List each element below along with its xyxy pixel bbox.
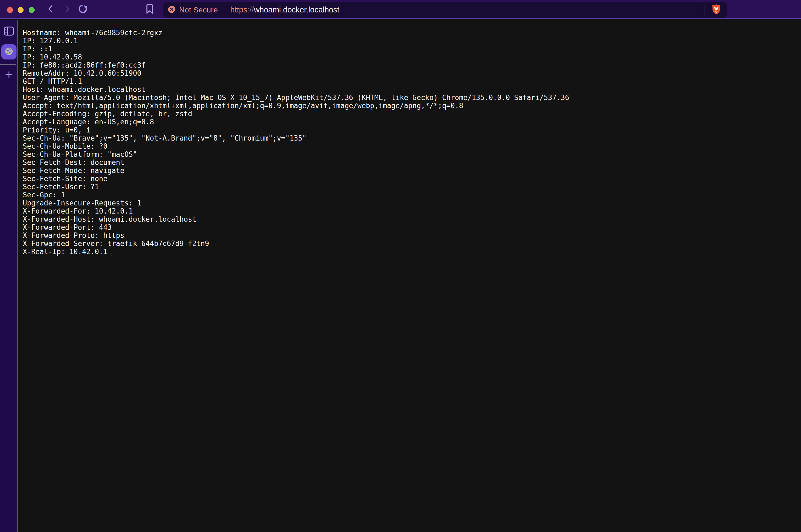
response-line: IP: 10.42.0.58 — [23, 53, 801, 61]
response-line: X-Real-Ip: 10.42.0.1 — [23, 248, 801, 256]
address-bar[interactable]: Not Secure https://whoami.docker.localho… — [163, 2, 727, 18]
back-button[interactable] — [44, 3, 57, 15]
response-line: Sec-Gpc: 1 — [23, 191, 801, 199]
plus-icon — [5, 70, 13, 80]
sidebar-toggle-button[interactable] — [0, 25, 18, 38]
response-line: GET / HTTP/1.1 — [23, 77, 801, 86]
response-line: Sec-Ch-Ua-Mobile: ?0 — [23, 142, 801, 150]
response-line: Sec-Fetch-Dest: document — [23, 158, 801, 167]
bookmark-icon — [146, 3, 154, 16]
reload-button[interactable] — [77, 3, 89, 15]
url-host: whoami.docker.localhost — [254, 5, 339, 14]
forward-button[interactable] — [61, 3, 73, 15]
response-line: X-Forwarded-Proto: https — [23, 231, 801, 240]
response-line: X-Forwarded-Server: traefik-644b7c67d9-f… — [23, 240, 801, 248]
response-line: Priority: u=0, i — [23, 126, 801, 134]
security-chip[interactable]: Not Secure — [168, 6, 218, 14]
url-scheme: https — [230, 5, 247, 14]
response-line: Accept-Encoding: gzip, deflate, br, zstd — [23, 110, 801, 118]
vertical-tabs-sidebar — [0, 20, 18, 532]
not-secure-label: Not Secure — [179, 6, 218, 14]
url-separator: :// — [247, 5, 254, 14]
response-line: Upgrade-Insecure-Requests: 1 — [23, 199, 801, 207]
page-content: Hostname: whoami-76c9859cfc-2rgxzIP: 127… — [18, 20, 801, 532]
response-line: X-Forwarded-For: 10.42.0.1 — [23, 207, 801, 215]
not-secure-octagon-icon — [168, 6, 175, 14]
url-text: https://whoami.docker.localhost — [230, 5, 339, 14]
browser-toolbar: Not Secure https://whoami.docker.localho… — [0, 0, 801, 19]
response-line: Sec-Ch-Ua: "Brave";v="135", "Not-A.Brand… — [23, 134, 801, 142]
brave-shields-icon[interactable] — [711, 4, 721, 16]
sidebar-panel-icon — [3, 26, 14, 37]
close-window-button[interactable] — [7, 7, 13, 13]
response-line: IP: fe80::acd2:86ff:fef0:cc3f — [23, 61, 801, 69]
response-line: User-Agent: Mozilla/5.0 (Macintosh; Inte… — [23, 94, 801, 102]
new-tab-button[interactable] — [0, 70, 18, 80]
globe-icon — [4, 46, 14, 57]
response-line: Accept: text/html,application/xhtml+xml,… — [23, 102, 801, 110]
response-line: X-Forwarded-Host: whoami.docker.localhos… — [23, 215, 801, 223]
response-line: Sec-Fetch-User: ?1 — [23, 183, 801, 191]
zoom-window-button[interactable] — [29, 7, 35, 13]
response-line: Sec-Fetch-Site: none — [23, 175, 801, 183]
response-line: Sec-Ch-Ua-Platform: "macOS" — [23, 150, 801, 158]
minimize-window-button[interactable] — [18, 7, 23, 13]
forward-arrow-icon — [62, 4, 72, 15]
sidebar-divider — [0, 64, 16, 65]
reload-icon — [77, 3, 88, 15]
response-line: IP: ::1 — [23, 45, 801, 53]
back-arrow-icon — [46, 4, 55, 15]
whoami-response-body: Hostname: whoami-76c9859cfc-2rgxzIP: 127… — [23, 28, 801, 256]
response-line: X-Forwarded-Port: 443 — [23, 223, 801, 231]
bookmark-button[interactable] — [144, 3, 156, 15]
urlbar-divider — [704, 5, 704, 15]
response-line: Sec-Fetch-Mode: navigate — [23, 167, 801, 175]
response-line: RemoteAddr: 10.42.0.60:51900 — [23, 69, 801, 77]
response-line: Accept-Language: en-US,en;q=0.8 — [23, 118, 801, 126]
response-line: IP: 127.0.0.1 — [23, 37, 801, 45]
tab-whoami-active[interactable] — [1, 44, 17, 59]
response-line: Hostname: whoami-76c9859cfc-2rgxz — [23, 28, 801, 37]
response-line: Host: whoami.docker.localhost — [23, 86, 801, 94]
